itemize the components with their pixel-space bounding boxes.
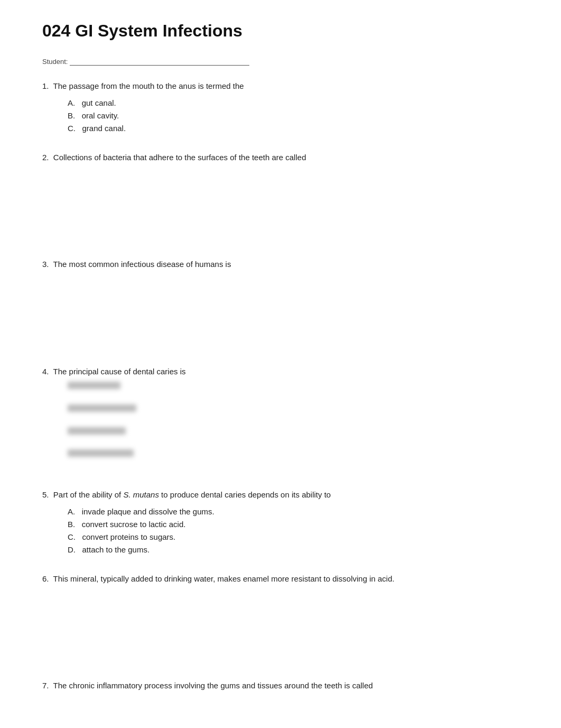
question-block-6: 6. This mineral, typically added to drin… (42, 573, 519, 664)
choices-1: A. gut canal.B. oral cavity.C. grand can… (68, 97, 519, 135)
choice-5-4: D. attach to the gums. (68, 543, 519, 556)
page-title: 024 GI System Infections (42, 21, 519, 41)
answer-space-7 (42, 696, 519, 728)
blurred-answers-4 (68, 382, 519, 472)
choice-1-3: C. grand canal. (68, 122, 519, 135)
question-text-3: 3. The most common infectious disease of… (42, 259, 519, 271)
student-input-line (70, 58, 249, 66)
question-block-4: 4. The principal cause of dental caries … (42, 366, 519, 473)
answer-space-6 (42, 589, 519, 663)
questions-container: 1. The passage from the mouth to the anu… (42, 80, 519, 728)
question-text-7: 7. The chronic inflammatory process invo… (42, 680, 519, 692)
question-text-5: 5. Part of the ability of S. mutans to p… (42, 489, 519, 501)
question-text-2: 2. Collections of bacteria that adhere t… (42, 152, 519, 164)
choices-5: A. invade plaque and dissolve the gums.B… (68, 505, 519, 556)
question-block-1: 1. The passage from the mouth to the anu… (42, 80, 519, 135)
question-text-6: 6. This mineral, typically added to drin… (42, 573, 519, 585)
student-line: Student: (42, 58, 519, 66)
question-block-3: 3. The most common infectious disease of… (42, 259, 519, 349)
question-block-2: 2. Collections of bacteria that adhere t… (42, 152, 519, 242)
question-text-4: 4. The principal cause of dental caries … (42, 366, 519, 378)
choice-5-2: B. convert sucrose to lactic acid. (68, 518, 519, 531)
choice-5-1: A. invade plaque and dissolve the gums. (68, 505, 519, 518)
answer-space-3 (42, 275, 519, 349)
question-block-5: 5. Part of the ability of S. mutans to p… (42, 489, 519, 556)
question-block-7: 7. The chronic inflammatory process invo… (42, 680, 519, 728)
choice-1-2: B. oral cavity. (68, 109, 519, 122)
choice-5-3: C. convert proteins to sugars. (68, 531, 519, 543)
student-label: Student: (42, 58, 68, 66)
choice-1-1: A. gut canal. (68, 97, 519, 109)
answer-space-2 (42, 168, 519, 242)
question-text-1: 1. The passage from the mouth to the anu… (42, 80, 519, 93)
